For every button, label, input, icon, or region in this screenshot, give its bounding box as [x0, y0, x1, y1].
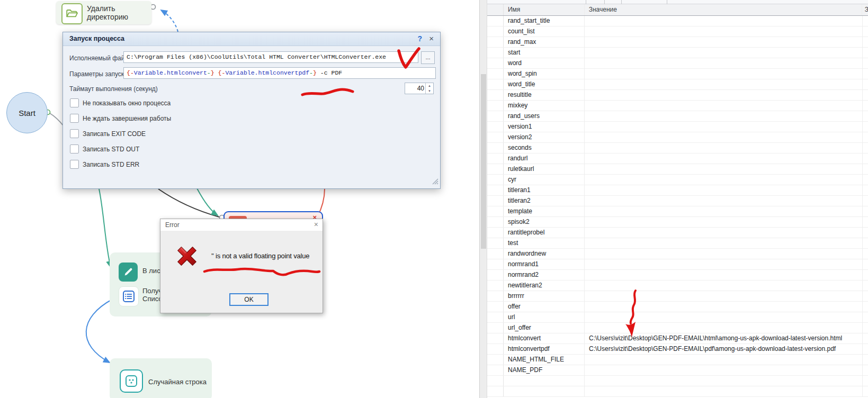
table-row[interactable]: htmlconvertpdfC:\Users\vizit\Desktop\GEN…	[487, 344, 868, 355]
table-row[interactable]: resultitle	[487, 90, 868, 101]
timeout-spinner[interactable]: 40 ▲ ▼	[405, 83, 434, 94]
table-row[interactable]: titleran2	[487, 196, 868, 206]
row-extra-cell	[863, 355, 868, 365]
table-row[interactable]: mixkey	[487, 101, 868, 111]
edge-blue-loop	[86, 299, 113, 363]
checkbox[interactable]	[70, 160, 79, 169]
spinner-down-icon[interactable]: ▼	[426, 88, 433, 94]
variable-value-cell	[585, 323, 863, 333]
node-delete-directory[interactable]: Удалить директорию	[56, 1, 151, 24]
table-row[interactable]: word_title	[487, 79, 868, 90]
checkbox-row[interactable]: Записать EXIT CODE	[70, 130, 171, 138]
table-row[interactable]: word	[487, 58, 868, 69]
table-row[interactable]: cyr	[487, 175, 868, 185]
table-row[interactable]: normrand1	[487, 259, 868, 270]
table-row[interactable]: offer	[487, 302, 868, 312]
process-launch-dialog[interactable]: Запуск процесса ? × Исполняемый файл C:\…	[62, 32, 441, 189]
spinner-buttons[interactable]: ▲ ▼	[425, 83, 433, 94]
variable-value-cell	[585, 185, 863, 195]
variable-name-cell	[504, 376, 585, 386]
error-dialog[interactable]: Error × '' is not a valid floating point…	[160, 219, 323, 313]
error-titlebar[interactable]: Error ×	[160, 219, 323, 231]
checkbox[interactable]	[70, 144, 79, 153]
random-string-label: Случайная строка	[148, 378, 207, 386]
table-row[interactable]: normrand2	[487, 270, 868, 281]
table-row[interactable]: newtitleran2	[487, 281, 868, 291]
table-row[interactable]: start	[487, 48, 868, 58]
row-selector-cell	[487, 376, 504, 386]
table-row[interactable]: htmlconvertC:\Users\vizit\Desktop\GEN-PD…	[487, 333, 868, 344]
table-row[interactable]: NAME_HTML_FILE	[487, 355, 868, 365]
variable-name-cell: NAME_PDF	[504, 365, 585, 375]
scrollbar-thumb[interactable]	[481, 74, 486, 249]
variable-name-cell: normrand2	[504, 270, 585, 280]
row-selector-cell	[487, 69, 504, 79]
variables-panel: Имя Значение З rand_start_titlecount_lis…	[479, 0, 868, 398]
row-extra-cell	[863, 26, 868, 37]
executable-input[interactable]: C:\Program Files (x86)\CoolUtils\Total H…	[123, 51, 418, 63]
edge-start-gray	[50, 113, 64, 126]
row-extra-cell	[863, 132, 868, 142]
table-row[interactable]: test	[487, 238, 868, 249]
table-row[interactable]: titleran1	[487, 185, 868, 196]
node-label: Удалить директорию	[87, 4, 151, 21]
start-label: Start	[19, 108, 35, 117]
table-row[interactable]: version2	[487, 132, 868, 143]
node-start[interactable]: Start	[6, 92, 48, 133]
table-row[interactable]: randwordnew	[487, 249, 868, 259]
help-icon[interactable]: ?	[417, 34, 422, 43]
checkbox[interactable]	[70, 98, 79, 107]
timeout-value[interactable]: 40	[417, 83, 424, 94]
table-row[interactable]: url	[487, 312, 868, 323]
table-row[interactable]: seconds	[487, 143, 868, 153]
variable-name-cell: htmlconvertpdf	[504, 344, 585, 354]
dialog-titlebar[interactable]: Запуск процесса ? ×	[63, 32, 440, 46]
timeout-label: Таймаут выполнения (секунд)	[69, 85, 158, 93]
variable-name-cell: resultitle	[504, 90, 585, 100]
params-input[interactable]: {-Variable.htmlconvert-} {-Variable.html…	[123, 67, 436, 79]
table-row[interactable]: ruletkaurl	[487, 164, 868, 175]
table-row[interactable]: randurl	[487, 153, 868, 164]
variable-name-cell: word_spin	[504, 69, 585, 79]
table-row[interactable]: rand_start_title	[487, 16, 868, 26]
header-value[interactable]: Значение	[585, 4, 862, 15]
spinner-up-icon[interactable]: ▲	[426, 83, 433, 88]
header-name[interactable]: Имя	[504, 4, 585, 15]
checkbox-row[interactable]: Записать STD OUT	[70, 145, 171, 153]
row-selector-cell	[487, 386, 504, 396]
checkbox[interactable]	[70, 114, 79, 123]
variable-name-cell: brrrrrr	[504, 291, 585, 301]
checkbox[interactable]	[70, 129, 79, 138]
table-row[interactable]: word_spin	[487, 69, 868, 79]
checkbox-row[interactable]: Записать STD ERR	[70, 160, 171, 168]
variable-value-cell: C:\Users\vizit\Desktop\GEN-PDF-EMAIL\pdf…	[585, 344, 863, 354]
checkbox-row[interactable]: Не показывать окно процесса	[70, 99, 171, 107]
table-row[interactable]: count_list	[487, 26, 868, 37]
table-header[interactable]: Имя Значение З	[487, 4, 868, 16]
row-extra-cell	[863, 37, 868, 47]
error-close-icon[interactable]: ×	[314, 220, 318, 229]
variable-name-cell: test	[504, 238, 585, 248]
node-random-string[interactable]: Случайная строка	[110, 358, 212, 398]
row-selector-cell	[487, 90, 504, 100]
error-x-icon	[173, 243, 201, 272]
table-row[interactable]: spisok2	[487, 217, 868, 228]
table-row[interactable]: template	[487, 206, 868, 217]
checkbox-row[interactable]: Не ждать завершения работы	[70, 114, 171, 122]
close-icon[interactable]: ×	[429, 34, 434, 43]
row-extra-cell	[863, 175, 868, 185]
table-row[interactable]: rand_users	[487, 111, 868, 122]
browse-button[interactable]: ...	[421, 51, 435, 64]
table-row[interactable]: brrrrrr	[487, 291, 868, 302]
table-row[interactable]: NAME_PDF	[487, 365, 868, 376]
vertical-scrollbar[interactable]	[480, 0, 487, 398]
table-row[interactable]: url_offer	[487, 323, 868, 333]
ok-button[interactable]: OK	[229, 293, 269, 306]
table-row[interactable]: rantitleprobel	[487, 228, 868, 238]
resize-grip-icon[interactable]	[432, 177, 439, 187]
table-row[interactable]: rand_max	[487, 37, 868, 48]
variable-value-cell	[585, 355, 863, 365]
table-row[interactable]: version1	[487, 122, 868, 132]
variable-value-cell	[585, 302, 863, 312]
row-extra-cell	[863, 206, 868, 216]
